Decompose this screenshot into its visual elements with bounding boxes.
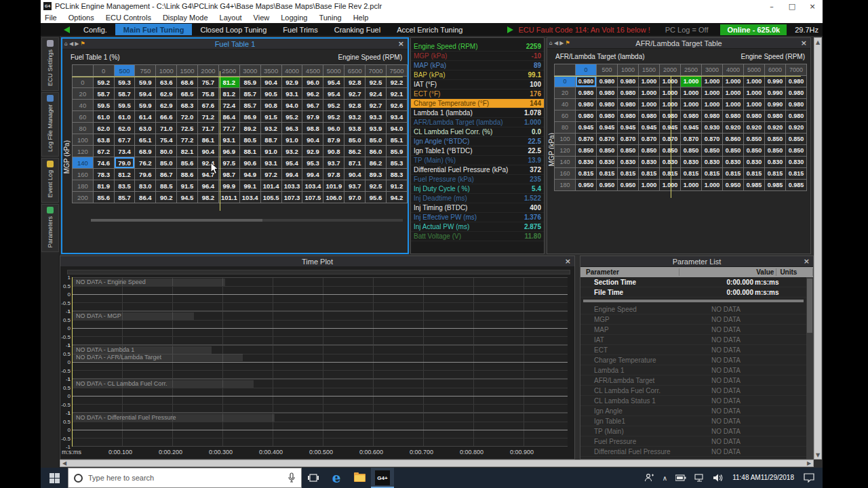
table-cell[interactable]: 92.7 [366,100,387,111]
table-cell[interactable]: 75.7 [197,77,218,88]
table-cell[interactable]: 68.9 [135,146,156,157]
table-cell[interactable]: 76.2 [135,157,156,169]
table-cell[interactable]: 101.1 [218,192,239,203]
param-row-tp-main[interactable]: TP (Main)NO DATA [580,426,806,436]
row-header-0[interactable]: 0 [73,77,94,88]
table-cell[interactable]: 0.980 [786,99,807,110]
table-cell[interactable]: 0.830 [744,157,765,168]
table-cell[interactable]: 88.3 [387,169,408,180]
table-cell[interactable]: 90.5 [260,88,281,100]
table-cell[interactable]: 0.850 [723,145,744,157]
table-cell[interactable]: 0.980 [702,110,723,122]
param-row-cl-lambda-fuel-corr[interactable]: CL Lambda Fuel Corr.NO DATA [580,386,806,396]
table-cell[interactable]: 91.2 [387,180,408,192]
table-cell[interactable]: 0.850 [786,145,807,157]
runtime-row-ign-table1-btdc[interactable]: Ign Table1 (°BTDC)22.5 [411,146,544,156]
table-cell[interactable]: 1.000 [639,87,660,99]
table-cell[interactable]: 0.850 [744,145,765,157]
table-cell[interactable]: 1.000 [681,76,702,87]
col-header-1000[interactable]: 1000 [156,65,177,77]
table-cell[interactable]: 0.945 [681,122,702,134]
table-cell[interactable]: 0.980 [765,110,786,122]
table-cell[interactable]: 96.7 [302,100,323,111]
table-cell[interactable]: 71.7 [197,123,218,134]
table-cell[interactable]: 85.7 [239,88,260,100]
row-header-0[interactable]: 0 [555,76,576,87]
table-cell[interactable]: 68.5 [177,88,198,100]
table-cell[interactable]: 1.000 [744,99,765,110]
table-cell[interactable]: 96.9 [218,146,239,157]
table-cell[interactable]: 1.000 [639,99,660,110]
table-cell[interactable]: 72.0 [177,111,198,123]
table-cell[interactable]: 90.4 [197,146,218,157]
col-header-3500[interactable]: 3500 [260,65,281,77]
runtime-row-tp-main[interactable]: TP (Main) (%)13.9 [411,156,544,165]
table-cell[interactable]: 0.950 [597,180,618,191]
table-cell[interactable]: 95.4 [323,88,344,100]
param-row-cl-lambda-status-1[interactable]: CL Lambda Status 1NO DATA [580,396,806,406]
table-cell[interactable]: 0.815 [660,168,681,180]
col-header-2500[interactable]: 2500 [218,65,239,77]
table-cell[interactable]: 1.000 [702,76,723,87]
table-cell[interactable]: 1.000 [639,180,660,191]
col-header-7000[interactable]: 7000 [786,64,807,76]
table-cell[interactable]: 0.920 [765,122,786,134]
table-cell[interactable]: 0.980 [660,110,681,122]
col-header-500[interactable]: 500 [597,64,618,76]
table-cell[interactable]: 86.7 [156,169,177,180]
tab-config[interactable]: Config. [75,24,115,35]
tab-main-fuel-tuning[interactable]: Main Fuel Tuning [115,24,193,35]
table-cell[interactable]: 59.2 [93,77,114,88]
col-header-3000[interactable]: 3000 [702,64,723,76]
table-cell[interactable]: 0.985 [765,180,786,191]
table-cell[interactable]: 92.2 [387,77,408,88]
column-header-value[interactable]: Value [737,268,776,276]
table-cell[interactable]: 99.9 [218,180,239,192]
table-cell[interactable]: 0.850 [681,145,702,157]
prev-table-icon[interactable]: ◀ [69,41,73,47]
afr-table-header[interactable]: AFR/Lambda Target Table ⌂ ◀ ▶ ⚑ × [547,38,810,49]
table-cell[interactable]: 1.000 [744,87,765,99]
table-cell[interactable]: 1.000 [660,99,681,110]
table-cell[interactable]: 82.1 [177,146,198,157]
table-cell[interactable]: 94.2 [387,192,408,203]
param-row-differential-fuel-pressure[interactable]: Differential Fuel PressureNO DATA [580,447,806,457]
table-cell[interactable]: 0.980 [597,110,618,122]
table-cell[interactable]: 0.980 [723,110,744,122]
table-cell[interactable]: 0.815 [597,168,618,180]
table-cell[interactable]: 0.980 [597,99,618,110]
table-cell[interactable]: 101.4 [260,180,281,192]
runtime-row-map-kpa[interactable]: MAP (kPa)89 [411,61,544,70]
task-view-button[interactable] [302,468,325,488]
runtime-row-differential-fuel-pressure-kpa[interactable]: Differential Fuel Pressure (kPa)372 [411,165,544,175]
table-cell[interactable]: 0.870 [618,134,639,145]
horizontal-scrollbar[interactable]: ◀ ▶ [60,460,814,467]
row-header-100[interactable]: 100 [555,134,576,145]
table-cell[interactable]: 62.0 [93,123,114,134]
row-header-20[interactable]: 20 [555,87,576,99]
table-cell[interactable]: 0.850 [639,145,660,157]
table-cell[interactable]: 0.815 [765,168,786,180]
table-cell[interactable]: 90.4 [302,134,323,146]
table-cell[interactable]: 92.5 [366,180,387,192]
table-cell[interactable]: 103.4 [302,180,323,192]
table-cell[interactable]: 96.3 [281,123,302,134]
table-cell[interactable]: 0.980 [597,76,618,87]
table-cell[interactable]: 79.6 [135,169,156,180]
table-cell[interactable]: 93.2 [344,111,366,123]
table-cell[interactable]: 93.4 [387,111,408,123]
table-cell[interactable]: 81.2 [218,88,239,100]
table-cell[interactable]: 96.0 [302,77,323,88]
table-cell[interactable]: 83.5 [114,180,135,192]
table-cell[interactable]: 86.2 [366,157,387,169]
table-cell[interactable]: 94.9 [239,169,260,180]
dock-icon[interactable]: ⌂ [549,40,553,46]
col-header-1000[interactable]: 1000 [618,64,639,76]
table-cell[interactable]: 0.870 [576,134,597,145]
table-cell[interactable]: 0.980 [618,99,639,110]
table-cell[interactable]: 80.5 [239,134,260,146]
table-cell[interactable]: 59.4 [135,88,156,100]
table-cell[interactable]: 93.1 [281,88,302,100]
table-cell[interactable]: 0.950 [723,180,744,191]
online-status-badge[interactable]: Online - 625.0k [720,24,787,35]
